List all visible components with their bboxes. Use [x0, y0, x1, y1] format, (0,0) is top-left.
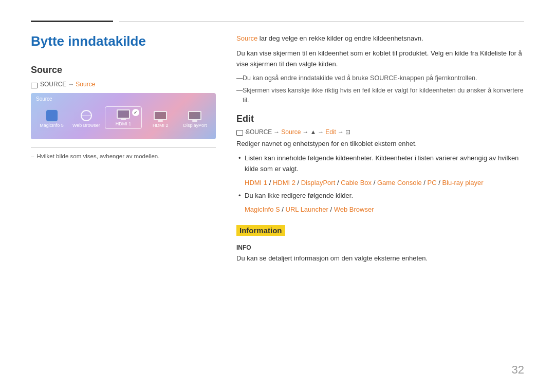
intro-text-1: Source lar deg velge en rekke kilder og … — [236, 33, 524, 44]
bullet-1-text: Listen kan inneholde følgende kildeenhet… — [245, 154, 519, 173]
note-item-2: Skjermen vises kanskje ikke riktig hvis … — [236, 86, 524, 105]
right-column: Source lar deg velge en rekke kilder og … — [236, 33, 524, 274]
check-badge-hdmi1: ✓ — [132, 109, 139, 116]
intro-source-word: Source — [236, 34, 257, 42]
content-layout: Bytte inndatakilde Source SOURCE → Sourc… — [31, 33, 524, 274]
edit-nav-icon — [236, 130, 243, 136]
source-item-webbrowser: Web Browser — [70, 110, 102, 128]
edit-nav-arrow1: → — [273, 128, 280, 136]
source-icon-displayport — [188, 110, 202, 121]
source-icon-hdmi2 — [153, 110, 168, 121]
section-source-heading: Source — [31, 65, 216, 76]
edit-nav-arrow3: → — [318, 128, 324, 136]
edit-nav-edit-link[interactable]: Edit — [325, 128, 336, 136]
source-nav-icon — [31, 83, 38, 88]
bullet-item-1: Listen kan inneholde følgende kildeenhet… — [236, 153, 524, 175]
link-magicinfo-s[interactable]: MagicInfo S — [245, 206, 280, 213]
rule-light — [119, 21, 524, 22]
source-item-magicinfo: MagicInfo 5 — [36, 110, 67, 128]
info-body: Du kan se detaljert informasjon om den v… — [236, 253, 524, 264]
source-breadcrumb: SOURCE → Source — [31, 81, 216, 88]
link-gameconsole[interactable]: Game Console — [377, 179, 422, 186]
edit-nav-source-label: SOURCE — [246, 128, 272, 136]
link-hdmi1[interactable]: HDMI 1 — [245, 179, 267, 186]
source-label-hdmi1: HDMI 1 — [116, 121, 132, 126]
globe-icon — [81, 110, 92, 121]
app-icon — [46, 109, 58, 122]
source-label-webbrowser: Web Browser — [72, 123, 100, 128]
link-bluray[interactable]: Blu-ray player — [442, 179, 483, 186]
page-title: Bytte inndatakilde — [31, 33, 216, 49]
source-icon-webbrowser — [79, 110, 94, 121]
source-label-magicinfo: MagicInfo 5 — [40, 123, 64, 128]
edit-body: Rediger navnet og enhetstypen for en til… — [236, 139, 524, 150]
tv-icon-displayport — [188, 111, 201, 120]
bullet-2-text: Du kan ikke redigere følgende kilder. — [245, 192, 353, 199]
sep6: / — [437, 179, 442, 186]
page-container: Bytte inndatakilde Source SOURCE → Sourc… — [0, 0, 555, 392]
thin-divider — [31, 147, 216, 148]
sep2: / — [295, 179, 301, 186]
link-urllauncher[interactable]: URL Launcher — [286, 206, 328, 213]
sep8: / — [328, 206, 334, 213]
source-preview-label: Source — [36, 96, 52, 102]
source-footnote: Hvilket bilde som vises, avhenger av mod… — [31, 153, 216, 159]
source-item-hdmi1: ✓ HDMI 1 — [105, 106, 141, 129]
sep4: / — [372, 179, 377, 186]
tv-icon-hdmi2 — [154, 111, 167, 120]
info-source-label: INFO — [236, 244, 524, 251]
source-nav-link[interactable]: Source — [76, 81, 95, 88]
tv-icon-hdmi1 — [117, 109, 130, 119]
source-label-hdmi2: HDMI 2 — [153, 123, 169, 128]
edit-nav-arrow4: → — [338, 128, 344, 136]
source-nav-arrow: → — [68, 81, 74, 88]
left-column: Bytte inndatakilde Source SOURCE → Sourc… — [31, 33, 216, 274]
source-item-displayport: DisplayPort — [179, 110, 211, 128]
bullet-2-links: MagicInfo S / URL Launcher / Web Browser — [236, 204, 524, 215]
edit-section: Edit SOURCE → Source → ▲ → Edit → ⊡ Redi… — [236, 114, 524, 215]
source-icon-hdmi1 — [116, 109, 131, 119]
sep7: / — [280, 206, 286, 213]
page-number: 32 — [512, 363, 524, 377]
sep1: / — [267, 179, 273, 186]
edit-nav-arrow2: → — [302, 128, 308, 136]
source-item-hdmi2: HDMI 2 — [145, 110, 176, 128]
link-webbrowser[interactable]: Web Browser — [334, 206, 374, 213]
rule-dark — [31, 21, 113, 22]
link-cablebox[interactable]: Cable Box — [341, 179, 372, 186]
edit-nav-source-link[interactable]: Source — [281, 128, 301, 136]
edit-nav-box: ⊡ — [345, 128, 350, 136]
source-icon-magicinfo — [45, 110, 59, 121]
edit-breadcrumb: SOURCE → Source → ▲ → Edit → ⊡ — [236, 128, 524, 136]
link-pc[interactable]: PC — [428, 179, 437, 186]
sep5: / — [422, 179, 428, 186]
source-nav-label: SOURCE — [40, 81, 66, 88]
edit-heading: Edit — [236, 114, 524, 124]
intro-text-suffix: lar deg velge en rekke kilder og endre k… — [257, 34, 423, 42]
source-label-displayport: DisplayPort — [183, 123, 207, 128]
source-preview: Source MagicInfo 5 Web Browser — [31, 93, 216, 139]
information-heading: Information — [236, 225, 285, 236]
link-hdmi2[interactable]: HDMI 2 — [273, 179, 295, 186]
bullet-1-links: HDMI 1 / HDMI 2 / DisplayPort / Cable Bo… — [236, 178, 524, 189]
sep3: / — [335, 179, 341, 186]
edit-nav-up: ▲ — [310, 128, 316, 136]
note-item-1: Du kan også endre inndatakilde ved å bru… — [236, 73, 524, 83]
bullet-item-2: Du kan ikke redigere følgende kilder. — [236, 191, 524, 201]
intro-text-2: Du kan vise skjermen til en kildeenhet s… — [236, 48, 524, 70]
information-section: Information INFO Du kan se detaljert inf… — [236, 225, 524, 264]
link-displayport[interactable]: DisplayPort — [301, 179, 335, 186]
top-rules — [31, 21, 524, 22]
